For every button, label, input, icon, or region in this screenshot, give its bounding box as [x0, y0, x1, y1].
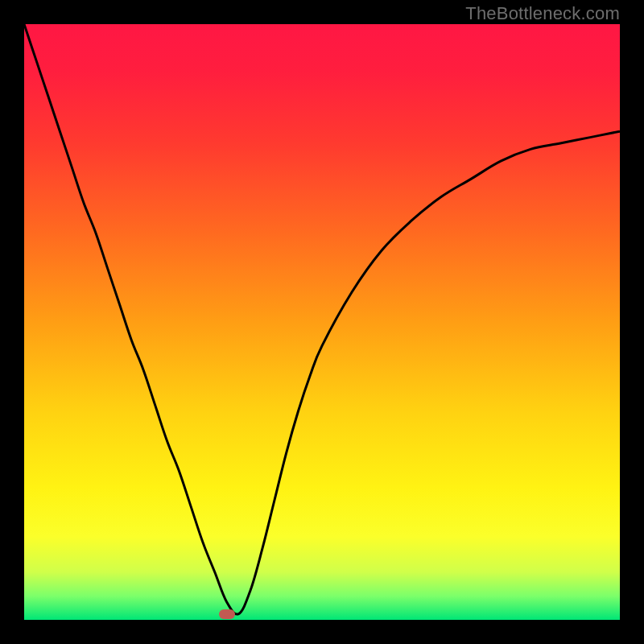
minimum-marker: [219, 609, 235, 619]
curve-layer: [24, 24, 620, 620]
chart-frame: TheBottleneck.com: [0, 0, 644, 644]
watermark-text: TheBottleneck.com: [465, 3, 620, 24]
bottleneck-curve: [24, 24, 620, 614]
plot-area: [24, 24, 620, 620]
